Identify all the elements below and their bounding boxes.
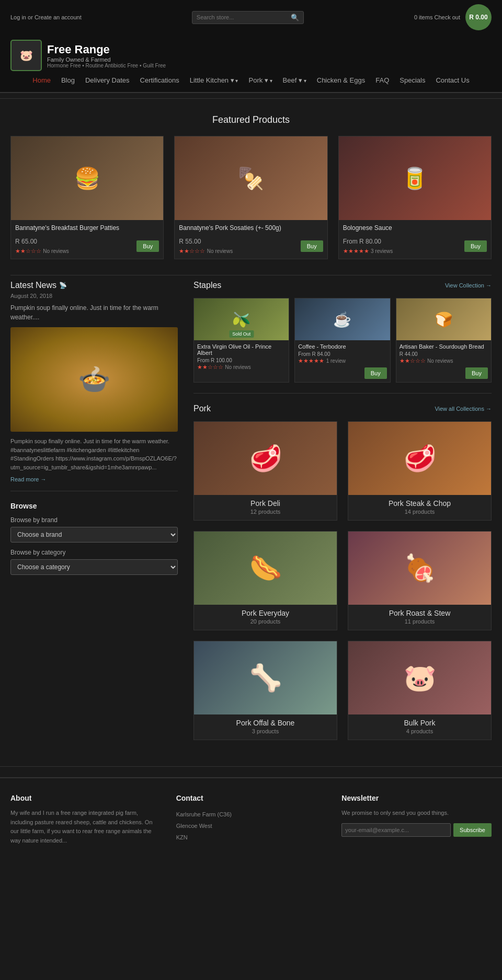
site-header: 🐷 Free Range Family Owned & Farmed Hormo… xyxy=(0,34,502,93)
nav-pork: Pork ▾ xyxy=(248,76,272,84)
newsletter-subscribe-button[interactable]: Subscribe xyxy=(453,823,492,837)
login-link[interactable]: Log in xyxy=(10,14,26,20)
search-button[interactable]: 🔍 xyxy=(291,14,299,21)
header-top: 🐷 Free Range Family Owned & Farmed Hormo… xyxy=(10,40,492,71)
search-input[interactable] xyxy=(197,14,291,20)
main-content: Featured Products 🍔 Bannatyne's Breakfas… xyxy=(0,104,502,766)
staples-grid: 🫒 Sold Out Extra Virgin Olive Oil - Prin… xyxy=(193,298,492,383)
create-account-link[interactable]: Create an account xyxy=(35,14,82,20)
pork-image-1: 🥩 xyxy=(348,422,491,495)
brand-subtitle: Family Owned & Farmed xyxy=(47,56,166,63)
featured-product-0: 🍔 Bannatyne's Breakfast Burger Patties R… xyxy=(10,136,164,259)
staple-buy-2[interactable]: Buy xyxy=(465,367,488,379)
nav-blog[interactable]: Blog xyxy=(61,76,75,84)
product-price-2: From R 80.00 xyxy=(343,238,393,245)
rss-icon: 📡 xyxy=(59,282,67,289)
section-divider-1 xyxy=(10,275,492,275)
nav-beef-link[interactable]: Beef ▾ xyxy=(283,76,306,84)
product-footer-1: R 55.00 ★★☆☆☆ No reviews Buy xyxy=(175,238,327,259)
product-buy-0[interactable]: Buy xyxy=(136,240,159,252)
product-name-1: Bannatyne's Pork Sosaties (+- 500g) xyxy=(179,224,323,232)
nav-beef: Beef ▾ xyxy=(283,76,306,84)
nav-faq[interactable]: FAQ xyxy=(375,76,389,84)
news-title-text: Latest News xyxy=(10,281,56,290)
pork-card-5[interactable]: 🐷 Bulk Pork 4 products xyxy=(348,641,492,740)
nav-chicken-eggs[interactable]: Chicken & Eggs xyxy=(317,76,366,84)
product-price-area-0: R 65.00 ★★☆☆☆ No reviews xyxy=(15,238,69,255)
staples-view-collection-link[interactable]: View Collection → xyxy=(445,282,492,289)
browse-title: Browse xyxy=(10,502,178,510)
nav-certifications[interactable]: Certifications xyxy=(140,76,179,84)
staples-title: Staples xyxy=(193,281,221,290)
footer-about: About My wife and I run a free range int… xyxy=(10,794,161,845)
staple-name-2: Artisan Baker - Sourdough Bread xyxy=(400,343,488,350)
cart-text: 0 items Check out xyxy=(414,14,460,20)
pork-title: Pork xyxy=(193,404,211,413)
staple-price-0: From R 100.00 xyxy=(197,358,286,363)
pork-header: Pork View all Collections → xyxy=(193,404,492,413)
main-nav: Home Blog Delivery Dates Certifications … xyxy=(10,71,492,87)
pork-image-4: 🦴 xyxy=(194,641,337,714)
pork-view-all-link[interactable]: View all Collections → xyxy=(435,406,492,412)
nav-contact[interactable]: Contact Us xyxy=(436,76,469,84)
pork-card-0[interactable]: 🥩 Pork Deli 12 products xyxy=(193,421,337,521)
logo-area: 🐷 Free Range Family Owned & Farmed Hormo… xyxy=(10,40,166,71)
footer-about-title: About xyxy=(10,794,161,802)
product-buy-1[interactable]: Buy xyxy=(301,240,323,252)
staple-stars-2: ★★☆☆☆ xyxy=(400,358,426,364)
nav-little-kitchen-link[interactable]: Little Kitchen ▾ xyxy=(190,76,238,84)
browse-brand-select[interactable]: Choose a brand xyxy=(10,527,178,543)
staple-info-2: Artisan Baker - Sourdough Bread R 44.00 … xyxy=(396,340,491,367)
product-info-1: Bannatyne's Pork Sosaties (+- 500g) xyxy=(175,220,327,238)
product-stars-0: ★★☆☆☆ xyxy=(15,248,41,254)
pork-card-1[interactable]: 🥩 Pork Steak & Chop 14 products xyxy=(348,421,492,521)
pork-grid: 🥩 Pork Deli 12 products 🥩 Pork Steak & C… xyxy=(193,421,492,740)
pork-name-0: Pork Deli xyxy=(194,495,337,509)
featured-products-grid: 🍔 Bannatyne's Breakfast Burger Patties R… xyxy=(10,136,492,259)
product-price-area-1: R 55.00 ★★☆☆☆ No reviews xyxy=(179,238,233,255)
brand-tagline: Hormone Free • Routine Antibiotic Free •… xyxy=(47,63,166,68)
nav-little-kitchen: Little Kitchen ▾ xyxy=(190,76,238,84)
footer-newsletter-text: We promise to only send you good things. xyxy=(341,809,492,818)
pork-card-3[interactable]: 🍖 Pork Roast & Stew 11 products xyxy=(348,531,492,630)
staple-info-1: Coffee - Terbodore From R 84.00 ★★★★★ 1 … xyxy=(295,340,390,367)
pork-card-4[interactable]: 🦴 Pork Offal & Bone 3 products xyxy=(193,641,337,740)
latest-news: Latest News 📡 August 20, 2018 Pumpkin so… xyxy=(10,281,178,483)
staple-buy-1[interactable]: Buy xyxy=(364,367,387,379)
browse-brand-label: Browse by brand xyxy=(10,516,178,524)
pork-count-5: 4 products xyxy=(348,728,491,740)
pork-card-2[interactable]: 🌭 Pork Everyday 20 products xyxy=(193,531,337,630)
read-more-link[interactable]: Read more → xyxy=(10,476,46,482)
nav-delivery-dates[interactable]: Delivery Dates xyxy=(85,76,130,84)
browse-category-select[interactable]: Choose a category xyxy=(10,559,178,575)
news-divider xyxy=(10,491,178,491)
product-reviews-0: No reviews xyxy=(43,248,69,254)
product-image-1: 🍢 xyxy=(175,136,327,220)
footer-divider xyxy=(0,766,502,767)
product-price-area-2: From R 80.00 ★★★★★ 3 reviews xyxy=(343,238,393,255)
staple-reviews-2: No reviews xyxy=(427,358,453,364)
pork-image-2: 🌭 xyxy=(194,532,337,605)
staple-image-2: 🍞 xyxy=(396,298,491,340)
product-name-0: Bannatyne's Breakfast Burger Patties xyxy=(15,224,159,232)
product-info-0: Bannatyne's Breakfast Burger Patties xyxy=(11,220,163,238)
browse-category-label: Browse by category xyxy=(10,549,178,556)
auth-links: Log in or Create an account xyxy=(10,14,82,20)
product-buy-2[interactable]: Buy xyxy=(464,240,487,252)
footer-contact-title: Contact xyxy=(176,794,326,802)
footer-newsletter-title: Newsletter xyxy=(341,794,492,802)
cart-button[interactable]: R 0.00 xyxy=(465,4,492,30)
pork-name-2: Pork Everyday xyxy=(194,605,337,618)
nav-home[interactable]: Home xyxy=(32,76,51,84)
news-caption: Pumpkin soup finally online. Just in tim… xyxy=(10,437,178,471)
staples-divider xyxy=(193,393,492,394)
cart-area: 0 items Check out R 0.00 xyxy=(414,4,492,30)
newsletter-email-input[interactable] xyxy=(341,823,451,837)
staple-name-0: Extra Virgin Olive Oil - Prince Albert xyxy=(197,343,286,356)
nav-specials[interactable]: Specials xyxy=(400,76,425,84)
nav-pork-link[interactable]: Pork ▾ xyxy=(248,76,272,84)
pork-count-3: 11 products xyxy=(348,618,491,630)
sold-out-badge-0: Sold Out xyxy=(229,330,254,338)
auth-or: or xyxy=(28,14,35,20)
staple-price-1: From R 84.00 xyxy=(298,351,386,357)
